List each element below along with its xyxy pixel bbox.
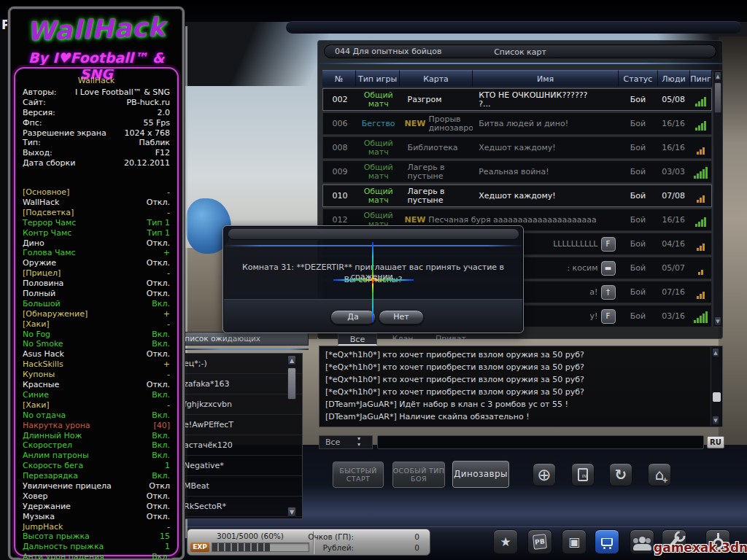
waiting-player[interactable]: е!AwPEffecT xyxy=(185,415,302,435)
crosshair-horizontal xyxy=(333,279,414,281)
special-mode-button[interactable]: ОСОБЫЙ ТИП БОЯ xyxy=(392,461,446,489)
chat-message: [*eQx*h1h0*] кто хочет приобрести взлом … xyxy=(325,362,697,375)
waiting-player[interactable]: MBeat xyxy=(185,476,302,497)
waiting-player[interactable]: ец*;-) xyxy=(185,354,302,374)
channel-title-bar: 044 Для опытных бойцов Список карт xyxy=(324,44,716,58)
hack-menu-label: JumpHack xyxy=(23,522,63,532)
scrollbar-thumb[interactable] xyxy=(713,392,721,402)
room-ping xyxy=(689,185,711,206)
chat-tab-all[interactable]: Все xyxy=(338,333,377,346)
exp-progress-fill xyxy=(212,543,270,551)
waiting-player[interactable]: fghjkzxcvbn xyxy=(185,394,302,415)
room-name: Реальная война! xyxy=(473,161,618,182)
room-list-scrollbar[interactable]: ▲ ▼ xyxy=(713,70,723,327)
hack-menu-item: Террор Чамс Тип 1 xyxy=(23,218,170,228)
room-number: 002 xyxy=(323,89,357,110)
room-players: 07/16 xyxy=(657,281,689,303)
rank-button[interactable]: ★ xyxy=(493,529,518,554)
hack-menu-value: - xyxy=(167,400,170,411)
inventory-button[interactable]: ▣ xyxy=(562,529,587,554)
waiting-player[interactable]: Negative* xyxy=(185,456,302,476)
scrollbar-thumb[interactable] xyxy=(714,82,721,113)
room-gametype: Общий матч xyxy=(357,137,400,158)
chat-scrollbar[interactable]: ▲ ▼ xyxy=(711,347,721,426)
room-name: КТО НЕ ОЧКОШНИК?????? ?... xyxy=(473,89,618,110)
ping-bars xyxy=(697,286,705,299)
hack-menu-label: Красные xyxy=(23,380,59,390)
hack-menu-label: Большой xyxy=(23,299,61,309)
scroll-up-icon[interactable]: ▲ xyxy=(287,355,296,365)
chat-message: [*eQx*h1h0*] кто хочет приобрести взлом … xyxy=(325,350,697,362)
room-row[interactable]: 010 Общий матч Лагерь в пустыне Хедшот к… xyxy=(322,184,712,207)
hack-menu-label: Музыка xyxy=(23,512,55,522)
scroll-down-icon[interactable]: ▼ xyxy=(287,507,296,517)
room-row[interactable]: 006 Бегство NEWПрорыв динозавров Битва л… xyxy=(322,112,712,135)
room-status: Бой xyxy=(619,137,658,158)
hack-menu-value: + xyxy=(163,359,170,370)
new-badge: NEW xyxy=(405,216,426,225)
rank-star-icon: ★ xyxy=(500,534,511,549)
room-row[interactable]: 008 Общий матч Библиотека Хедшот каждому… xyxy=(322,136,712,159)
scroll-down-icon[interactable]: ▼ xyxy=(714,316,721,326)
mode-icon: F xyxy=(601,309,616,324)
hack-info-label: Дата сборки xyxy=(23,158,75,168)
hack-menu-label: Дино xyxy=(23,238,44,249)
chat-tab-private[interactable]: Приват xyxy=(428,333,473,346)
hack-menu-item: Половина Откл. xyxy=(23,279,170,289)
hack-menu-value: [40] xyxy=(153,421,170,431)
scroll-up-icon[interactable]: ▲ xyxy=(712,348,719,357)
hack-info-row: Фпс: 55 Fps xyxy=(23,118,170,128)
hack-menu-item: Дино Откл. xyxy=(23,238,170,249)
room-map: Разгром xyxy=(400,89,473,110)
chat-message: [DTeam*JaGuAR*] Идёт набор в клан с 3 ро… xyxy=(325,400,697,412)
server-select-button[interactable]: ⊕ xyxy=(533,463,556,486)
no-button[interactable]: Нет xyxy=(379,310,424,324)
dinosaurs-button[interactable]: Динозавры xyxy=(452,460,510,489)
waiting-player[interactable]: RkSectoR* xyxy=(185,497,302,517)
chat-input[interactable] xyxy=(377,435,704,449)
ping-bars xyxy=(697,141,705,155)
hack-menu-item: [Основное] - xyxy=(23,187,170,198)
exit-room-button[interactable] xyxy=(571,463,595,486)
hack-menu-label: [Обнаружение] xyxy=(23,309,88,319)
community-button[interactable] xyxy=(630,529,654,554)
room-players: 16/16 xyxy=(657,113,689,134)
shop-button[interactable] xyxy=(595,529,619,554)
waiting-list-scrollbar[interactable]: ▲ ▼ xyxy=(287,354,298,518)
hack-menu-item: Оружие Откл. xyxy=(23,258,170,268)
col-header-map: Карта xyxy=(400,70,473,87)
waiting-player[interactable]: астачёк120 xyxy=(185,435,302,456)
room-row[interactable]: 002 Общий матч Разгром КТО НЕ ОЧКОШНИК??… xyxy=(322,88,712,111)
hack-menu-value: 15 xyxy=(160,532,170,542)
chat-channel-select[interactable]: Все ▾▾ xyxy=(319,435,373,449)
room-map: Лагерь в пустыне xyxy=(400,161,473,182)
hack-info-label: Разрешение экрана xyxy=(23,128,107,139)
scroll-up-icon[interactable]: ▲ xyxy=(714,71,721,81)
hack-menu-label: HackSkills xyxy=(23,359,63,370)
hack-menu-item: Анти урон падения Вкл. xyxy=(23,552,170,560)
hack-menu-label: Перезарядка xyxy=(23,471,78,481)
hack-info-label: Версия: xyxy=(23,108,55,118)
room-row[interactable]: 009 Общий матч Лагерь в пустыне Реальная… xyxy=(322,160,712,183)
gp-value: 0 xyxy=(414,532,419,541)
missions-button[interactable]: PB xyxy=(527,529,552,554)
hack-info-value: PB-huck.ru xyxy=(126,98,170,108)
exit-door-icon xyxy=(578,468,588,481)
mode-icon: † xyxy=(601,285,616,300)
refresh-button[interactable]: ↻ xyxy=(609,463,632,486)
hack-menu-label: Половина xyxy=(23,279,63,289)
hack-menu-gap xyxy=(23,168,170,187)
chat-tab-clan[interactable]: Клан xyxy=(383,333,422,346)
chat-message: [*eQx*h1h0*] кто хочет приобрести взлом … xyxy=(325,375,697,387)
scroll-down-icon[interactable]: ▼ xyxy=(712,416,719,425)
globe-icon: ⊕ xyxy=(537,465,551,484)
yes-button[interactable]: Да xyxy=(330,310,376,324)
hack-menu-item: Длинный Нож Вкл. xyxy=(23,431,170,441)
keyboard-lang-badge[interactable]: RU xyxy=(707,436,724,448)
scrollbar-thumb[interactable] xyxy=(287,368,296,400)
hack-menu-value: 1 xyxy=(165,542,170,552)
wallhack-menu-title: WallHack xyxy=(15,76,177,85)
waiting-player[interactable]: zafaka*163 xyxy=(185,374,302,394)
quick-start-button[interactable]: БЫСТРЫЙ СТАРТ xyxy=(332,461,384,489)
create-room-button[interactable]: ⌂+ xyxy=(648,463,671,486)
